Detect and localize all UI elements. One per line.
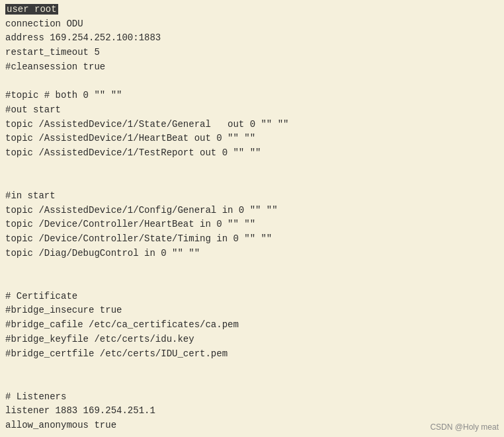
line-topic-diag-debug: topic /Diag/DebugControl in 0 "" "" xyxy=(5,247,499,261)
line-topic-state-general: topic /AssistedDevice/1/State/General ou… xyxy=(5,118,499,132)
empty-line-7 xyxy=(5,376,499,390)
line-certificate-comment: # Certificate xyxy=(5,290,499,304)
line-topic-config-general: topic /AssistedDevice/1/Config/General i… xyxy=(5,204,499,218)
line-user-root: user root xyxy=(5,3,499,17)
line-address: address 169.254.252.100:1883 xyxy=(5,31,499,46)
line-topic-controller-heartbeat: topic /Device/Controller/HeartBeat in 0 … xyxy=(5,218,499,232)
terminal-window: user root connection ODU address 169.254… xyxy=(0,0,504,437)
line-bridge-certfile: #bridge_certfile /etc/certs/IDU_cert.pem xyxy=(5,347,499,362)
line-topic-heartbeat: topic /AssistedDevice/1/HeartBeat out 0 … xyxy=(5,132,499,146)
line-allow-anonymous: allow_anonymous true xyxy=(5,418,499,433)
line-listeners-comment: # Listeners xyxy=(5,390,499,405)
empty-line-2 xyxy=(5,161,499,175)
line-bridge-cafile: #bridge_cafile /etc/ca_certificates/ca.p… xyxy=(5,318,499,333)
empty-line-3 xyxy=(5,175,499,189)
line-bridge-insecure: #bridge_insecure true xyxy=(5,303,499,318)
empty-line-4 xyxy=(5,260,499,275)
line-topic-comment: #topic # both 0 "" "" xyxy=(5,89,499,103)
empty-line-6 xyxy=(5,361,499,376)
line-restart-timeout: restart_timeout 5 xyxy=(5,46,499,60)
line-cleansession: #cleansession true xyxy=(5,60,499,75)
line-out-start-comment: #out start xyxy=(5,103,499,118)
empty-line-8 xyxy=(5,433,499,437)
watermark: CSDN @Holy meat xyxy=(430,422,499,432)
line-topic-testreport: topic /AssistedDevice/1/TestReport out 0… xyxy=(5,146,499,161)
empty-line-1 xyxy=(5,74,499,89)
line-topic-controller-timing: topic /Device/Controller/State/Timing in… xyxy=(5,232,499,247)
line-in-start-comment: #in start xyxy=(5,189,499,204)
highlighted-user-root: user root xyxy=(5,4,58,15)
line-listener: listener 1883 169.254.251.1 xyxy=(5,404,499,418)
line-connection: connection ODU xyxy=(5,17,499,32)
empty-line-5 xyxy=(5,275,499,290)
line-bridge-keyfile: #bridge_keyfile /etc/certs/idu.key xyxy=(5,333,499,347)
